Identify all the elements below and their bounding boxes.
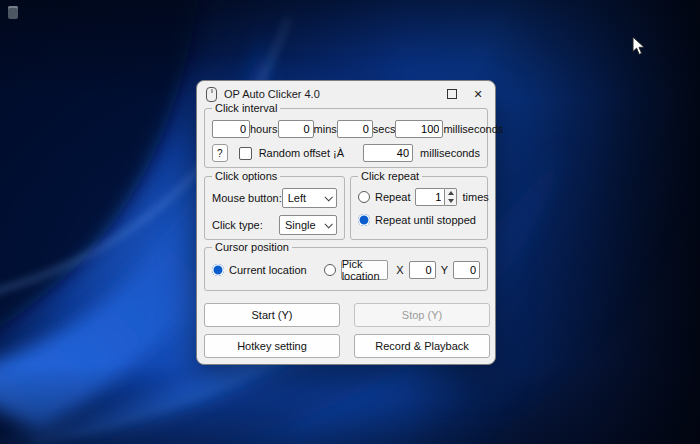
click-options-group: Click options Mouse button: Left Click t… — [204, 176, 345, 240]
help-button[interactable]: ? — [212, 144, 228, 162]
y-label: Y — [441, 264, 448, 276]
repeat-label: Repeat — [375, 191, 410, 203]
pick-location-label: Pick location — [342, 258, 388, 282]
desktop-stray-icon — [8, 6, 18, 19]
pick-location-radio[interactable] — [324, 264, 336, 276]
x-label: X — [396, 264, 403, 276]
click-interval-legend: Click interval — [212, 102, 280, 115]
milliseconds-label: milliseconds — [443, 123, 503, 135]
click-repeat-group: Click repeat Repeat times Repeat until s… — [350, 176, 488, 240]
times-label: times — [462, 191, 488, 203]
current-location-radio[interactable] — [212, 264, 224, 276]
x-input[interactable] — [409, 261, 436, 279]
mouse-button-label: Mouse button: — [212, 192, 282, 204]
op-auto-clicker-window: OP Auto Clicker 4.0 ✕ Click interval hou… — [196, 80, 496, 365]
close-icon: ✕ — [473, 89, 482, 100]
app-icon — [206, 87, 217, 102]
minimize-restore-icon — [447, 89, 457, 99]
click-repeat-legend: Click repeat — [358, 170, 422, 183]
mouse-cursor — [632, 36, 646, 56]
interval-row: hours mins secs milliseconds — [212, 120, 480, 138]
cursor-position-legend: Cursor position — [212, 241, 292, 254]
hotkey-setting-button[interactable]: Hotkey setting — [204, 334, 340, 358]
mouse-button-dropdown[interactable]: Left — [282, 188, 337, 208]
window-title: OP Auto Clicker 4.0 — [224, 88, 439, 100]
pick-location-button[interactable]: Pick location — [341, 260, 389, 280]
click-type-row: Click type: Single — [212, 215, 337, 235]
mins-input[interactable] — [278, 120, 314, 138]
secs-label: secs — [373, 123, 396, 135]
record-playback-label: Record & Playback — [375, 340, 469, 352]
repeat-until-stopped-label: Repeat until stopped — [375, 214, 476, 226]
repeat-radio[interactable] — [358, 191, 370, 203]
repeat-count-spinner[interactable] — [415, 188, 457, 206]
mins-label: mins — [314, 123, 337, 135]
hours-input[interactable] — [212, 120, 250, 138]
cursor-position-row: Current location Pick location X Y — [212, 260, 480, 280]
repeat-until-row: Repeat until stopped — [358, 214, 480, 226]
random-offset-checkbox[interactable] — [239, 147, 252, 160]
minimize-restore-button[interactable] — [439, 84, 465, 104]
click-type-dropdown[interactable]: Single — [279, 215, 337, 235]
click-type-label: Click type: — [212, 219, 263, 231]
random-offset-label: Random offset ¡À — [259, 147, 344, 159]
repeat-count-input[interactable] — [415, 188, 445, 206]
spinner-buttons[interactable] — [445, 188, 457, 206]
click-options-legend: Click options — [212, 170, 280, 183]
milliseconds-input[interactable] — [395, 120, 443, 138]
start-button[interactable]: Start (Y) — [204, 303, 340, 327]
secs-input[interactable] — [337, 120, 373, 138]
spin-down-icon — [448, 199, 454, 203]
close-button[interactable]: ✕ — [465, 84, 491, 104]
chevron-down-icon — [324, 193, 332, 201]
random-offset-row: ? Random offset ¡À milliseconds — [212, 144, 480, 162]
random-offset-unit: milliseconds — [420, 147, 480, 159]
mouse-button-row: Mouse button: Left — [212, 188, 337, 208]
spin-up-icon — [448, 191, 454, 195]
start-button-label: Start (Y) — [252, 309, 293, 321]
mouse-button-value: Left — [288, 192, 306, 204]
hotkey-setting-label: Hotkey setting — [237, 340, 307, 352]
click-type-value: Single — [285, 219, 316, 231]
cursor-position-group: Cursor position Current location Pick lo… — [204, 247, 488, 291]
record-playback-button[interactable]: Record & Playback — [354, 334, 490, 358]
repeat-row: Repeat times — [358, 188, 480, 206]
hours-label: hours — [250, 123, 278, 135]
stop-button[interactable]: Stop (Y) — [354, 303, 490, 327]
click-interval-group: Click interval hours mins secs milliseco… — [204, 108, 488, 168]
y-input[interactable] — [453, 261, 480, 279]
chevron-down-icon — [324, 220, 332, 228]
stop-button-label: Stop (Y) — [402, 309, 442, 321]
current-location-label: Current location — [229, 264, 307, 276]
random-offset-input[interactable] — [363, 144, 413, 162]
repeat-until-stopped-radio[interactable] — [358, 214, 370, 226]
